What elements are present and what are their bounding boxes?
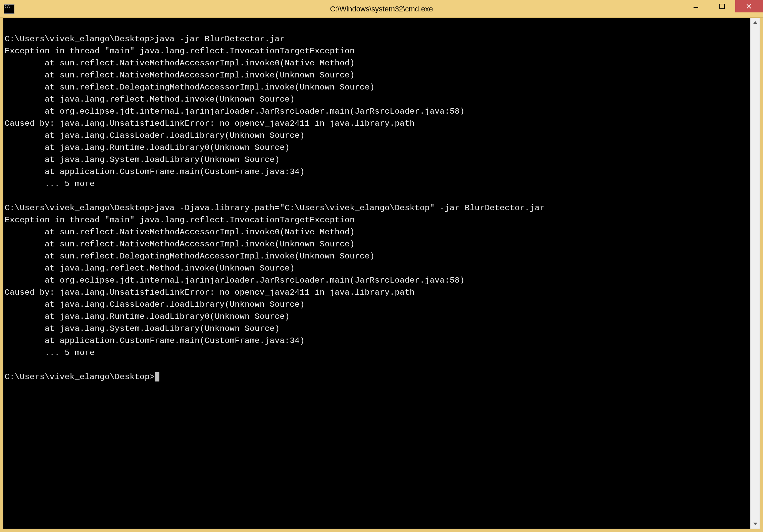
cmd-icon-label: C:\ xyxy=(5,5,10,8)
scroll-up-arrow-icon[interactable] xyxy=(751,18,760,27)
minimize-icon xyxy=(693,3,699,9)
vertical-scrollbar[interactable] xyxy=(750,18,760,529)
window-title: C:\Windows\system32\cmd.exe xyxy=(330,5,433,13)
scrollbar-track[interactable] xyxy=(751,27,760,519)
cursor xyxy=(155,372,159,381)
scroll-down-arrow-icon[interactable] xyxy=(751,519,760,529)
terminal-container: C:\Users\vivek_elango\Desktop>java -jar … xyxy=(3,18,760,529)
cmd-icon: C:\ xyxy=(4,4,14,14)
maximize-button[interactable] xyxy=(709,0,735,12)
maximize-icon xyxy=(719,3,725,9)
window-controls xyxy=(683,0,763,17)
terminal-output[interactable]: C:\Users\vivek_elango\Desktop>java -jar … xyxy=(3,18,750,529)
svg-rect-1 xyxy=(720,4,724,9)
title-bar[interactable]: C:\ C:\Windows\system32\cmd.exe xyxy=(0,0,763,18)
cmd-window: C:\ C:\Windows\system32\cmd.exe xyxy=(0,0,763,532)
close-icon xyxy=(746,3,752,9)
close-button[interactable] xyxy=(735,0,763,12)
minimize-button[interactable] xyxy=(683,0,709,12)
